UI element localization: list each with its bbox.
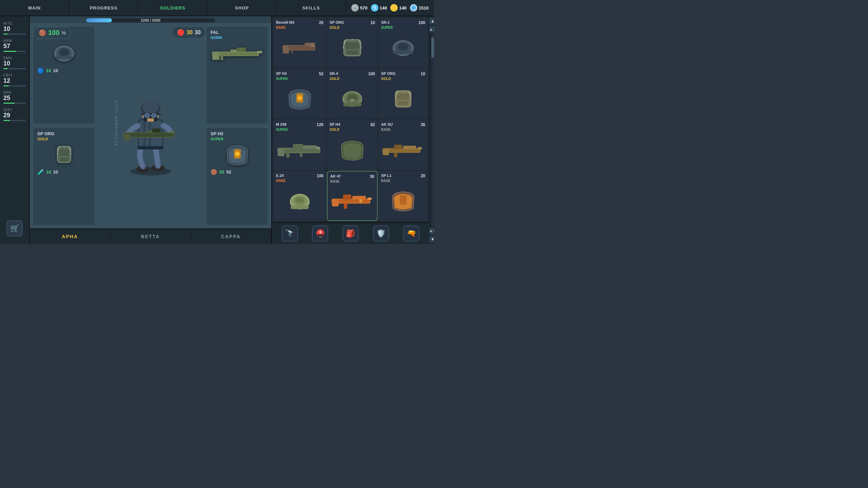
- equip-panel-right: FAL NORM SP H3: [206, 26, 269, 226]
- svg-rect-68: [286, 152, 290, 158]
- backpack-rarity: GOLD: [37, 137, 91, 141]
- svg-point-53: [298, 97, 301, 99]
- svg-text:SR: SR: [350, 99, 355, 102]
- weapon-img: [211, 42, 264, 65]
- stat-dist: DIST 29: [0, 107, 29, 123]
- svg-rect-69: [300, 153, 302, 157]
- svg-rect-45: [347, 50, 358, 55]
- cart-icon[interactable]: 🛒: [6, 220, 23, 237]
- tab-progress[interactable]: PROGRESS: [69, 1, 138, 15]
- filter-helmet-button[interactable]: ⛑️: [312, 225, 328, 242]
- armor-card[interactable]: SP H3 SUPER 🟤 52 52: [206, 127, 269, 226]
- svg-rect-32: [257, 51, 262, 53]
- scroll-double-down-button[interactable]: ▼▼: [429, 228, 434, 235]
- scroll-track[interactable]: [431, 34, 434, 226]
- top-navigation: MAIN PROGRESS SOLDIERS SHOP SKILLS 🔩 570…: [0, 0, 434, 16]
- stat-hits: HITS 10: [0, 20, 29, 36]
- svg-rect-15: [138, 146, 163, 149]
- svg-rect-44: [346, 42, 359, 49]
- svg-rect-60: [397, 94, 409, 100]
- scroll-thumb[interactable]: [431, 37, 434, 58]
- filter-binoculars-button[interactable]: 🔭: [282, 225, 298, 242]
- svg-rect-81: [291, 206, 309, 209]
- inventory-main: Benelli M3 20 RARE: [272, 16, 429, 244]
- char-tab-alpha[interactable]: АРНА: [30, 229, 110, 244]
- coins-value: 140: [399, 5, 407, 11]
- backpack-name: SP ORG: [37, 131, 91, 136]
- equip-panel-left: SR-1 SUPER 🔵 10 10: [33, 26, 95, 226]
- helmet-counts: 🔵 10 10: [37, 67, 91, 74]
- backpack-img: [37, 143, 91, 167]
- bolts-value: 570: [360, 5, 368, 11]
- stats-panel: HITS 10 ARM 57 DMG 10 CRIT 12 SPD 25 DIS…: [0, 16, 30, 244]
- scroll-double-up-button[interactable]: ▲▲: [429, 26, 434, 33]
- soldier-panels: 🟤 100 % 🔴 30 30 SR-1 SUPER: [30, 23, 271, 228]
- scroll-down-button[interactable]: ▼: [429, 236, 434, 243]
- filter-weapon-button[interactable]: 🔫: [403, 225, 419, 242]
- svg-rect-57: [343, 103, 361, 106]
- list-item[interactable]: M 249 120 SUPER: [273, 120, 326, 170]
- svg-rect-40: [283, 46, 289, 54]
- svg-rect-20: [152, 128, 161, 133]
- health-pct: %: [61, 30, 65, 36]
- list-item[interactable]: SP ORG 10 GOLD: [378, 69, 428, 119]
- soldier-panel: 1000 / 5000 🟤 100 % 🔴 30 30 SR-1: [30, 16, 271, 244]
- list-item[interactable]: Benelli M3 20 RARE: [273, 18, 326, 68]
- tab-skills[interactable]: SKILLS: [277, 1, 346, 15]
- svg-rect-42: [291, 50, 293, 53]
- tab-soldiers[interactable]: SOLDIERS: [138, 1, 208, 15]
- armor-counts: 🟤 52 52: [211, 169, 264, 175]
- cart-area[interactable]: 🛒: [0, 217, 29, 240]
- svg-rect-66: [316, 147, 320, 149]
- xp-bar-container: 1000 / 5000: [30, 16, 271, 23]
- weapon-card[interactable]: FAL NORM: [206, 26, 269, 124]
- stat-arm: ARM 57: [0, 38, 29, 54]
- gems-value: 1510: [419, 5, 429, 11]
- char-tab-cappa[interactable]: CAPPA: [191, 229, 271, 244]
- armor-name: SP H3: [211, 131, 264, 136]
- soldier-figure: [113, 75, 188, 177]
- list-item[interactable]: E-24 100 RARE: [273, 171, 326, 221]
- svg-rect-77: [394, 152, 397, 157]
- scroll-bar: ▲ ▲▲ ▼▼ ▼: [429, 16, 434, 244]
- bolts-resource: 🔩 570: [351, 4, 368, 12]
- svg-rect-50: [393, 51, 413, 54]
- stat-crit: CRIT 12: [0, 72, 29, 88]
- svg-rect-85: [368, 198, 372, 200]
- svg-rect-6: [60, 157, 68, 161]
- backpack-counts: 🧪 10 10: [37, 169, 91, 175]
- list-item[interactable]: SP ORG 10 GOLD: [327, 18, 378, 68]
- list-item[interactable]: AK SU 35 BASE: [378, 120, 428, 170]
- soldier-center: AUTO WAREHOUSE :: [95, 26, 206, 226]
- svg-rect-16: [123, 133, 174, 137]
- list-item[interactable]: SP H4 62 GOLD: [327, 120, 378, 170]
- svg-rect-89: [400, 195, 407, 205]
- list-item[interactable]: SR-4 100 GOLD SR: [327, 69, 378, 119]
- list-item[interactable]: SP L1 20 BASE: [378, 171, 428, 221]
- tab-main[interactable]: MAIN: [0, 1, 69, 15]
- backpack-card[interactable]: SP ORG GOLD 🧪 10: [33, 127, 95, 226]
- xp-label: 1000 / 5000: [86, 18, 215, 22]
- filter-backpack-button[interactable]: 🎒: [342, 225, 359, 242]
- svg-rect-34: [220, 56, 223, 60]
- character-tabs: АРНА BETTA CAPPA: [30, 228, 271, 244]
- inventory-grid: Benelli M3 20 RARE: [272, 16, 429, 222]
- scroll-up-button[interactable]: ▲: [429, 18, 434, 24]
- svg-point-27: [151, 114, 157, 118]
- svg-rect-64: [303, 145, 317, 149]
- list-item[interactable]: SP H3 52 SUPER: [273, 69, 326, 119]
- gems-resource: 💠 1510: [410, 4, 429, 12]
- svg-point-37: [236, 152, 239, 156]
- filter-armor-button[interactable]: 🛡️: [373, 225, 389, 242]
- helmet-card[interactable]: SR-1 SUPER 🔵 10 10: [33, 26, 95, 124]
- diamonds-value: 140: [380, 5, 387, 11]
- svg-rect-3: [56, 56, 73, 59]
- list-item[interactable]: SR-1 100 SUPER: [378, 18, 428, 68]
- svg-rect-18: [123, 134, 130, 141]
- char-tab-betta[interactable]: BETTA: [110, 229, 191, 244]
- tab-shop[interactable]: SHOP: [208, 1, 277, 15]
- ak47-item[interactable]: AK 47 30 BASE: [327, 171, 378, 221]
- health-indicator: 🟤 100 %: [33, 26, 71, 39]
- coins-resource: 🪙 140: [390, 4, 407, 12]
- main-layout: HITS 10 ARM 57 DMG 10 CRIT 12 SPD 25 DIS…: [0, 16, 434, 244]
